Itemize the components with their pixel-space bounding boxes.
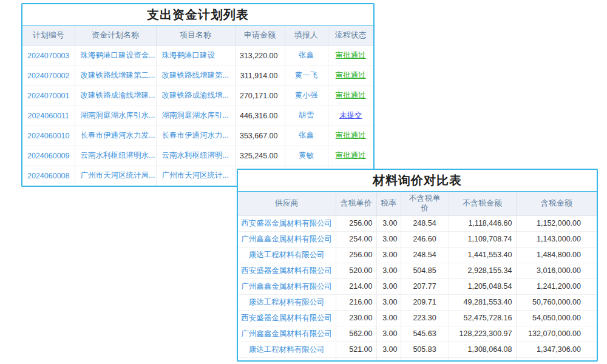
tax-incl-unit-price-cell: 216.00 bbox=[336, 294, 376, 310]
expense-plan-header-row: 计划编号资金计划名称项目名称申请金额填报人流程状态 bbox=[22, 25, 373, 46]
tax-incl-amount-cell: 1,241,200.00 bbox=[516, 278, 597, 294]
expense-plan-table: 计划编号资金计划名称项目名称申请金额填报人流程状态 2024070003 珠海鹤… bbox=[22, 25, 373, 186]
tax-excl-unit-price-cell: 209.71 bbox=[401, 294, 449, 310]
flow-status-link[interactable]: 审批通过 bbox=[336, 151, 366, 160]
plan-id-link[interactable]: 2024070002 bbox=[27, 72, 70, 80]
column-header: 流程状态 bbox=[328, 25, 373, 46]
tax-incl-unit-price-cell: 520.00 bbox=[336, 263, 376, 278]
tax-incl-unit-price-cell: 230.00 bbox=[336, 310, 376, 326]
column-header: 项目名称 bbox=[156, 25, 235, 46]
request-amount-cell: 270,171.00 bbox=[235, 86, 285, 106]
material-inquiry-table-title: 材料询价对比表 bbox=[238, 170, 597, 192]
tax-incl-unit-price-cell: 256.00 bbox=[336, 215, 376, 231]
reporter-link[interactable]: 黄敏 bbox=[299, 151, 314, 160]
plan-name-link[interactable]: 改建铁路线增建第二... bbox=[81, 71, 155, 79]
material-inquiry-row: 康达工程材料有限公司 216.00 3.00 209.71 49,281,553… bbox=[238, 294, 597, 310]
flow-status-link[interactable]: 审批通过 bbox=[336, 91, 366, 99]
plan-name-link[interactable]: 广州市天河区统计局... bbox=[81, 171, 155, 180]
request-amount-cell: 313,220.00 bbox=[235, 46, 285, 66]
expense-plan-row: 2024060010 长春市伊通河水力发... 长春市伊通河水力... 353,… bbox=[22, 126, 373, 146]
plan-id-link[interactable]: 2024070001 bbox=[27, 92, 70, 100]
plan-name-link[interactable]: 湖南洞庭湖水库引水... bbox=[81, 111, 155, 120]
flow-status-link[interactable]: 审批通过 bbox=[336, 51, 366, 59]
supplier-link[interactable]: 广州鑫鑫金属材料有限公司 bbox=[241, 235, 332, 243]
tax-incl-amount-cell bbox=[516, 357, 597, 362]
project-name-link[interactable]: 广州市天河区统计... bbox=[162, 171, 229, 180]
supplier-link[interactable]: 康达工程材料有限公司 bbox=[249, 298, 325, 306]
tax-incl-unit-price-cell: 256.00 bbox=[336, 247, 376, 263]
tax-excl-unit-price-cell: 223.30 bbox=[401, 310, 449, 326]
plan-name-link[interactable]: 长春市伊通河水力发... bbox=[81, 131, 155, 140]
tax-incl-unit-price-cell bbox=[336, 357, 376, 362]
plan-id-link[interactable]: 2024060009 bbox=[27, 152, 70, 160]
material-inquiry-table-panel: 材料询价对比表 供应商含税单价税率不含税单价不含税金额含税金额 西安盛器金属材料… bbox=[237, 169, 598, 362]
plan-id-link[interactable]: 2024060010 bbox=[27, 132, 70, 140]
flow-status-link[interactable]: 审批通过 bbox=[336, 131, 366, 140]
reporter-link[interactable]: 黄一飞 bbox=[295, 71, 318, 79]
tax-excl-unit-price-cell: 248.54 bbox=[401, 215, 449, 231]
supplier-link[interactable]: 西安盛器金属材料有限公司 bbox=[241, 219, 332, 228]
tax-incl-unit-price-cell: 562.00 bbox=[336, 326, 376, 342]
supplier-link[interactable]: 西安盛器金属材料有限公司 bbox=[241, 361, 332, 362]
tax-excl-amount-cell: 52,475,728.16 bbox=[449, 310, 516, 326]
flow-status-link[interactable]: 审批通过 bbox=[336, 71, 366, 79]
plan-name-link[interactable]: 云南水利枢纽潜明水... bbox=[81, 151, 155, 160]
material-inquiry-row: 广州鑫鑫金属材料有限公司 214.00 3.00 207.77 1,205,04… bbox=[238, 278, 597, 294]
reporter-link[interactable]: 黄小强 bbox=[295, 91, 318, 99]
request-amount-cell: 325,245.00 bbox=[235, 146, 285, 166]
tax-excl-amount-cell: 1,109,708.74 bbox=[449, 231, 516, 247]
request-amount-cell: 446,316.00 bbox=[235, 106, 285, 126]
material-inquiry-row: 西安盛器金属材料有限公司 520.00 3.00 504.85 2,928,15… bbox=[238, 263, 597, 278]
material-inquiry-table: 供应商含税单价税率不含税单价不含税金额含税金额 西安盛器金属材料有限公司 256… bbox=[238, 192, 597, 362]
tax-rate-cell: 3.00 bbox=[376, 310, 401, 326]
tax-rate-cell: 3.00 bbox=[376, 278, 401, 294]
supplier-link[interactable]: 广州鑫鑫金属材料有限公司 bbox=[241, 282, 332, 291]
tax-excl-amount-cell: 1,205,048.54 bbox=[449, 278, 516, 294]
reporter-link[interactable]: 张鑫 bbox=[299, 131, 314, 140]
project-name-link[interactable]: 改建铁路成渝线增... bbox=[162, 91, 229, 99]
tax-incl-amount-cell: 50,760,000.00 bbox=[516, 294, 597, 310]
material-inquiry-header-row: 供应商含税单价税率不含税单价不含税金额含税金额 bbox=[238, 192, 597, 215]
flow-status-link[interactable]: 未提交 bbox=[339, 111, 362, 120]
project-name-link[interactable]: 长春市伊通河水力... bbox=[162, 131, 229, 140]
supplier-link[interactable]: 广州鑫鑫金属材料有限公司 bbox=[241, 329, 332, 338]
plan-id-link[interactable]: 2024060011 bbox=[27, 112, 69, 120]
project-name-link[interactable]: 云南水利枢纽潜明... bbox=[162, 151, 229, 160]
reporter-link[interactable]: 张鑫 bbox=[299, 51, 314, 59]
material-inquiry-row: 广州鑫鑫金属材料有限公司 562.00 3.00 545.63 128,223,… bbox=[238, 326, 597, 342]
expense-plan-table-panel: 支出资金计划列表 计划编号资金计划名称项目名称申请金额填报人流程状态 20240… bbox=[21, 3, 375, 187]
column-header: 填报人 bbox=[285, 25, 328, 46]
column-header: 申请金额 bbox=[235, 25, 285, 46]
tax-excl-unit-price-cell: 504.85 bbox=[401, 263, 449, 278]
plan-name-link[interactable]: 珠海鹤港口建设资金... bbox=[81, 51, 155, 59]
supplier-link[interactable]: 康达工程材料有限公司 bbox=[249, 251, 325, 259]
project-name-link[interactable]: 湖南洞庭湖水库引... bbox=[162, 111, 229, 120]
tax-incl-unit-price-cell: 214.00 bbox=[336, 278, 376, 294]
column-header: 供应商 bbox=[238, 192, 336, 215]
material-inquiry-row: 西安盛器金属材料有限公司 bbox=[238, 357, 597, 362]
supplier-link[interactable]: 西安盛器金属材料有限公司 bbox=[241, 266, 332, 275]
expense-plan-table-title: 支出资金计划列表 bbox=[22, 4, 373, 25]
plan-id-link[interactable]: 2024060008 bbox=[27, 172, 70, 180]
tax-incl-amount-cell: 1,347,306.00 bbox=[516, 342, 597, 357]
supplier-link[interactable]: 康达工程材料有限公司 bbox=[249, 345, 325, 354]
tax-excl-unit-price-cell: 545.63 bbox=[401, 326, 449, 342]
plan-id-link[interactable]: 2024070003 bbox=[27, 52, 70, 60]
tax-excl-amount-cell: 1,118,446.60 bbox=[449, 215, 516, 231]
tax-excl-amount-cell: 1,441,553.40 bbox=[449, 247, 516, 263]
tax-incl-amount-cell: 54,050,000.00 bbox=[516, 310, 597, 326]
supplier-link[interactable]: 西安盛器金属材料有限公司 bbox=[241, 314, 332, 322]
material-inquiry-row: 西安盛器金属材料有限公司 256.00 3.00 248.54 1,118,44… bbox=[238, 215, 597, 231]
project-name-link[interactable]: 珠海鹤港口建设 bbox=[162, 51, 215, 59]
material-inquiry-row: 广州鑫鑫金属材料有限公司 254.00 3.00 246.60 1,109,70… bbox=[238, 231, 597, 247]
tax-rate-cell: 3.00 bbox=[376, 342, 401, 357]
plan-name-link[interactable]: 改建铁路成渝线增建... bbox=[81, 91, 155, 99]
tax-excl-unit-price-cell bbox=[401, 357, 449, 362]
tax-incl-amount-cell: 1,152,000.00 bbox=[516, 215, 597, 231]
column-header: 税率 bbox=[376, 192, 401, 215]
tax-incl-amount-cell: 3,016,000.00 bbox=[516, 263, 597, 278]
project-name-link[interactable]: 改建铁路线增建第... bbox=[162, 71, 229, 79]
tax-excl-amount-cell: 128,223,300.97 bbox=[449, 326, 516, 342]
reporter-link[interactable]: 胡雪 bbox=[299, 111, 314, 120]
tax-excl-unit-price-cell: 505.83 bbox=[401, 342, 449, 357]
